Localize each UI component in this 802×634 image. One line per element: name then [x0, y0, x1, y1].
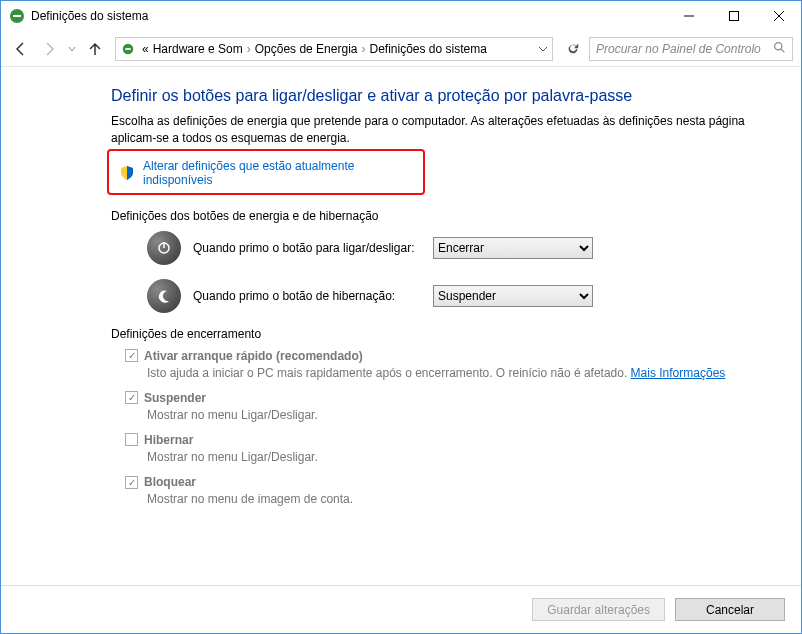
titlebar: Definições do sistema: [1, 1, 801, 31]
breadcrumb-item[interactable]: Hardware e Som: [153, 42, 243, 56]
checkbox-lock[interactable]: ✓: [125, 476, 138, 489]
shutdown-item-hibernate: Hibernar Mostrar no menu Ligar/Desligar.: [125, 433, 747, 465]
history-dropdown[interactable]: [65, 45, 79, 53]
checkbox-suspend[interactable]: ✓: [125, 391, 138, 404]
power-icon: [147, 231, 181, 265]
address-bar[interactable]: « Hardware e Som › Opções de Energia › D…: [115, 37, 553, 61]
section-buttons-label: Definições dos botões de energia e de hi…: [111, 209, 747, 223]
svg-rect-7: [125, 48, 130, 50]
shutdown-item-desc: Mostrar no menu Ligar/Desligar.: [147, 449, 747, 465]
chevron-right-icon: ›: [361, 42, 365, 56]
back-button[interactable]: [9, 37, 33, 61]
search-placeholder: Procurar no Painel de Controlo: [596, 42, 769, 56]
page-intro: Escolha as definições de energia que pre…: [111, 113, 747, 147]
svg-rect-3: [729, 12, 738, 21]
sleep-button-select[interactable]: Suspender: [433, 285, 593, 307]
breadcrumb: « Hardware e Som › Opções de Energia › D…: [142, 42, 487, 56]
sleep-icon: [147, 279, 181, 313]
power-button-label: Quando primo o botão para ligar/desligar…: [193, 241, 421, 255]
control-panel-icon: [120, 41, 136, 57]
highlighted-unlock-area: Alterar definições que estão atualmente …: [107, 149, 425, 195]
shutdown-item-title: Hibernar: [144, 433, 193, 447]
chevron-right-icon: ›: [247, 42, 251, 56]
section-shutdown-label: Definições de encerramento: [111, 327, 747, 341]
more-info-link[interactable]: Mais Informações: [631, 366, 726, 380]
breadcrumb-item[interactable]: Opções de Energia: [255, 42, 358, 56]
up-button[interactable]: [83, 37, 107, 61]
search-icon: [773, 41, 786, 57]
cancel-button[interactable]: Cancelar: [675, 598, 785, 621]
shutdown-item-title: Ativar arranque rápido (recomendado): [144, 349, 363, 363]
checkbox-hibernate[interactable]: [125, 433, 138, 446]
unlock-settings-link[interactable]: Alterar definições que estão atualmente …: [143, 159, 413, 187]
svg-line-9: [781, 49, 784, 52]
forward-button[interactable]: [37, 37, 61, 61]
shutdown-settings-list: ✓ Ativar arranque rápido (recomendado) I…: [125, 349, 747, 508]
breadcrumb-prefix: «: [142, 42, 149, 56]
footer: Guardar alterações Cancelar: [1, 585, 801, 633]
power-button-row: Quando primo o botão para ligar/desligar…: [147, 231, 747, 265]
save-button[interactable]: Guardar alterações: [532, 598, 665, 621]
checkbox-fast-startup[interactable]: ✓: [125, 349, 138, 362]
page-heading: Definir os botões para ligar/desligar e …: [111, 87, 747, 105]
sleep-button-row: Quando primo o botão de hibernação: Susp…: [147, 279, 747, 313]
svg-rect-1: [13, 15, 21, 17]
navbar: « Hardware e Som › Opções de Energia › D…: [1, 31, 801, 67]
shutdown-item-lock: ✓ Bloquear Mostrar no menu de imagem de …: [125, 475, 747, 507]
shutdown-item-fast-startup: ✓ Ativar arranque rápido (recomendado) I…: [125, 349, 747, 381]
search-box[interactable]: Procurar no Painel de Controlo: [589, 37, 793, 61]
refresh-button[interactable]: [561, 37, 585, 61]
shutdown-item-title: Bloquear: [144, 475, 196, 489]
maximize-button[interactable]: [711, 1, 756, 31]
power-button-select[interactable]: Encerrar: [433, 237, 593, 259]
shutdown-item-desc: Isto ajuda a iniciar o PC mais rapidamen…: [147, 366, 631, 380]
address-dropdown-icon[interactable]: [538, 44, 548, 54]
shield-icon: [119, 165, 135, 181]
breadcrumb-item[interactable]: Definições do sistema: [369, 42, 486, 56]
svg-point-8: [775, 42, 782, 49]
window-title: Definições do sistema: [31, 9, 148, 23]
shutdown-item-title: Suspender: [144, 391, 206, 405]
content-area: Definir os botões para ligar/desligar e …: [1, 67, 801, 585]
app-icon: [9, 8, 25, 24]
sleep-button-label: Quando primo o botão de hibernação:: [193, 289, 421, 303]
close-button[interactable]: [756, 1, 801, 31]
shutdown-item-desc: Mostrar no menu de imagem de conta.: [147, 491, 747, 507]
shutdown-item-suspend: ✓ Suspender Mostrar no menu Ligar/Deslig…: [125, 391, 747, 423]
minimize-button[interactable]: [666, 1, 711, 31]
shutdown-item-desc: Mostrar no menu Ligar/Desligar.: [147, 407, 747, 423]
